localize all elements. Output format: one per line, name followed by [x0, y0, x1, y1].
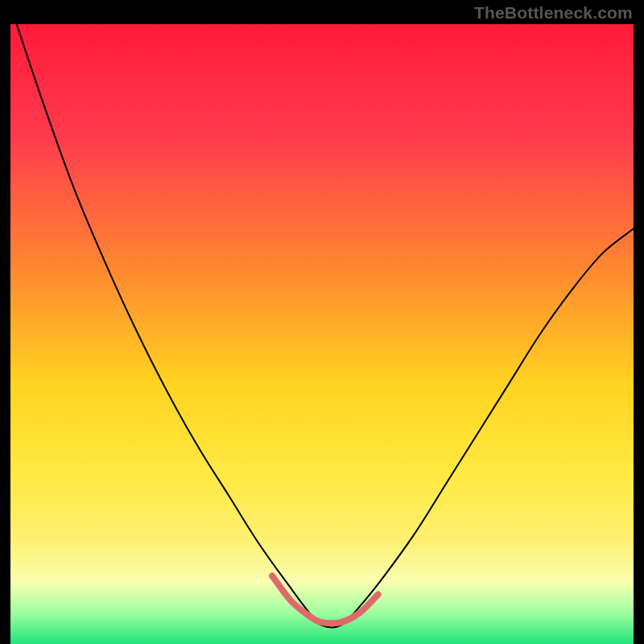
plot-area: [10, 24, 634, 644]
chart-frame: TheBottleneck.com: [0, 0, 644, 644]
watermark-text: TheBottleneck.com: [474, 3, 633, 23]
plot-svg: [10, 24, 634, 644]
